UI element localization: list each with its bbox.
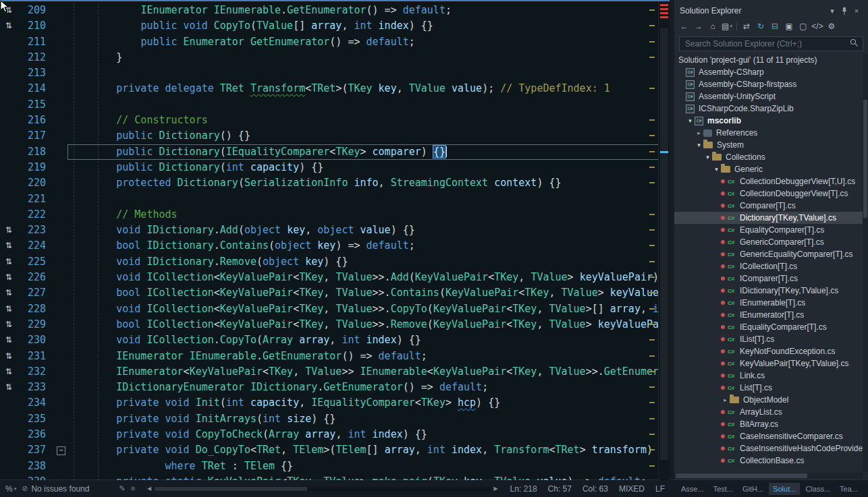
line-number[interactable]: 225	[18, 254, 55, 270]
tree-item[interactable]: C#KeyNotFoundException.cs	[674, 345, 863, 357]
scrollbar-thumb[interactable]	[660, 28, 668, 460]
code-line[interactable]: 221	[0, 192, 659, 207]
tree-item[interactable]: C#ICollection[T].cs	[674, 260, 863, 272]
code-line[interactable]: 237− private void Do_CopyTo<TRet, TElem>…	[0, 442, 659, 458]
code-text[interactable]	[67, 192, 659, 207]
tree-horizontal-scrollbar[interactable]	[674, 473, 863, 479]
tree-item[interactable]: ▾Generic	[674, 163, 863, 175]
copy-icon[interactable]: ▢	[796, 20, 810, 33]
expand-arrow-expanded-icon[interactable]: ▾	[712, 166, 721, 173]
tree-item[interactable]: C#Comparer[T].cs	[674, 200, 863, 212]
code-text[interactable]: private void InitArrays(int size) {}	[67, 411, 659, 427]
search-input[interactable]	[684, 38, 850, 49]
code-line[interactable]: 239 private static KeyValuePair<TKey, TV…	[0, 474, 659, 480]
code-text[interactable]: public Dictionary(int capacity) {}	[67, 160, 659, 175]
code-text[interactable]: bool ICollection<KeyValuePair<TKey, TVal…	[67, 317, 659, 332]
code-line[interactable]: ⇅223 void IDictionary.Add(object key, ob…	[0, 223, 659, 238]
tree-item[interactable]: C#IComparer[T].cs	[674, 272, 863, 285]
code-text[interactable]: public Dictionary(IEqualityComparer<TKey…	[67, 144, 659, 160]
code-line[interactable]: 215	[0, 97, 659, 113]
code-line[interactable]: ⇅233 IDictionaryEnumerator IDictionary.G…	[0, 380, 659, 395]
expand-arrow-expanded-icon[interactable]: ▾	[695, 142, 703, 148]
code-line[interactable]: ⇅229 bool ICollection<KeyValuePair<TKey,…	[0, 317, 659, 332]
properties-icon[interactable]: ⚙	[825, 20, 838, 33]
tree-item[interactable]: C#Assembly-UnityScript	[674, 90, 863, 103]
code-line[interactable]: ⇅230 void ICollection.CopyTo(Array array…	[0, 332, 659, 348]
close-icon[interactable]: ×	[850, 5, 863, 16]
code-editor[interactable]: ⇅209 IEnumerator IEnumerable.GetEnumerat…	[0, 0, 670, 480]
tree-item[interactable]: C#IList[T].cs	[674, 333, 863, 345]
search-box[interactable]	[679, 36, 863, 51]
line-number[interactable]: 227	[18, 285, 55, 301]
line-number[interactable]: 233	[18, 380, 55, 395]
code-view-icon[interactable]: </>	[811, 20, 824, 33]
tool-window-tab[interactable]: GitH...	[738, 483, 767, 495]
code-text[interactable]	[67, 97, 659, 113]
code-line[interactable]: 218 public Dictionary(IEqualityComparer<…	[0, 144, 659, 160]
code-text[interactable]: // Methods	[67, 207, 659, 223]
code-line[interactable]: ⇅226 void ICollection<KeyValuePair<TKey,…	[0, 270, 659, 285]
code-text[interactable]: public Enumerator GetEnumerator() => def…	[67, 34, 659, 50]
tree-item[interactable]: ▾System	[674, 139, 863, 151]
panel-splitter[interactable]	[670, 0, 674, 480]
tool-window-tab[interactable]: Asse...	[677, 483, 708, 495]
tree-item[interactable]: ▾Collections	[674, 151, 863, 163]
scroll-right-arrow-icon[interactable]: ▶	[493, 486, 497, 492]
code-lines[interactable]: ⇅209 IEnumerator IEnumerable.GetEnumerat…	[0, 3, 659, 480]
line-number[interactable]: 219	[18, 160, 55, 175]
tree-item[interactable]: C#CollectionDebuggerView[T,U].cs	[674, 175, 863, 187]
code-text[interactable]: private void CopyToCheck(Array array, in…	[67, 427, 659, 442]
line-number[interactable]: 236	[18, 427, 55, 442]
code-line[interactable]: 220 protected Dictionary(SerializationIn…	[0, 175, 659, 191]
window-position-chevron-icon[interactable]: ▾	[826, 5, 838, 16]
code-text[interactable]: public void CopyTo(TValue[] array, int i…	[67, 18, 659, 34]
code-text[interactable]: IEnumerator<KeyValuePair<TKey, TValue>> …	[67, 364, 659, 380]
code-line[interactable]: ⇅227 bool ICollection<KeyValuePair<TKey,…	[0, 285, 659, 301]
code-text[interactable]: private static KeyValuePair<TKey, TValue…	[67, 474, 659, 480]
line-number[interactable]: 237	[18, 442, 55, 458]
collapse-all-icon[interactable]: ⊟	[768, 20, 782, 33]
code-line[interactable]: 211 public Enumerator GetEnumerator() =>…	[0, 34, 659, 50]
implements-glyph-icon[interactable]: ⇅	[0, 364, 18, 380]
line-number[interactable]: 212	[18, 50, 55, 65]
code-line[interactable]: 234 private void Init(int capacity, IEqu…	[0, 395, 659, 411]
scrollbar-thumb[interactable]	[155, 487, 306, 491]
code-line[interactable]: 222 // Methods	[0, 207, 659, 223]
outline-collapse-icon[interactable]: −	[55, 442, 67, 458]
code-line[interactable]: ⇅209 IEnumerator IEnumerable.GetEnumerat…	[0, 3, 659, 18]
line-number[interactable]: 222	[18, 207, 55, 223]
tree-item[interactable]: C#ArrayList.cs	[674, 406, 863, 418]
code-text[interactable]: where TRet : TElem {}	[67, 459, 659, 474]
tool-window-tab[interactable]: Tea...	[836, 483, 862, 495]
tree-item[interactable]: C#List[T].cs	[674, 382, 863, 394]
code-line[interactable]: ⇅228 void ICollection<KeyValuePair<TKey,…	[0, 301, 659, 317]
code-line[interactable]: 214 private delegate TRet Transform<TRet…	[0, 81, 659, 96]
line-number[interactable]: 234	[18, 395, 55, 411]
tree-item[interactable]: C#KeyValuePair[TKey,TValue].cs	[674, 357, 863, 370]
implements-glyph-icon[interactable]: ⇅	[0, 301, 18, 317]
implements-glyph-icon[interactable]: ⇅	[0, 18, 18, 34]
code-text[interactable]: void ICollection<KeyValuePair<TKey, TVal…	[67, 270, 659, 285]
code-text[interactable]	[67, 65, 659, 81]
tree-item[interactable]: C#CaseInsensitiveHashCodeProvider.cs	[674, 442, 863, 455]
scrollbar-thumb[interactable]	[676, 473, 807, 478]
line-number[interactable]: 217	[18, 128, 55, 144]
line-number[interactable]: 220	[18, 175, 55, 191]
line-number[interactable]: 230	[18, 332, 55, 348]
switch-views-icon[interactable]: ▤▾	[720, 20, 734, 33]
zoom-selector[interactable]: % ▾	[5, 484, 16, 494]
refresh-icon[interactable]: ↻	[754, 20, 767, 33]
code-text[interactable]: public Dictionary() {}	[67, 128, 659, 144]
expand-arrow-expanded-icon[interactable]: ▾	[703, 154, 712, 160]
tree-item[interactable]: C#CollectionDebuggerView[T].cs	[674, 187, 863, 200]
tree-item[interactable]: C#IEqualityComparer[T].cs	[674, 321, 863, 333]
line-number[interactable]: 239	[18, 474, 55, 480]
code-line[interactable]: 235 private void InitArrays(int size) {}	[0, 411, 659, 427]
code-text[interactable]: bool ICollection<KeyValuePair<TKey, TVal…	[67, 285, 659, 301]
implements-glyph-icon[interactable]: ⇅	[0, 223, 18, 238]
code-line[interactable]: 212 }	[0, 50, 659, 65]
solution-tree[interactable]: Solution 'project-gui' (11 of 11 project…	[674, 54, 863, 472]
solution-explorer-titlebar[interactable]: Solution Explorer ▾ ×	[674, 3, 868, 18]
implements-glyph-icon[interactable]: ⇅	[0, 332, 18, 348]
code-text[interactable]: protected Dictionary(SerializationInfo i…	[67, 175, 659, 191]
